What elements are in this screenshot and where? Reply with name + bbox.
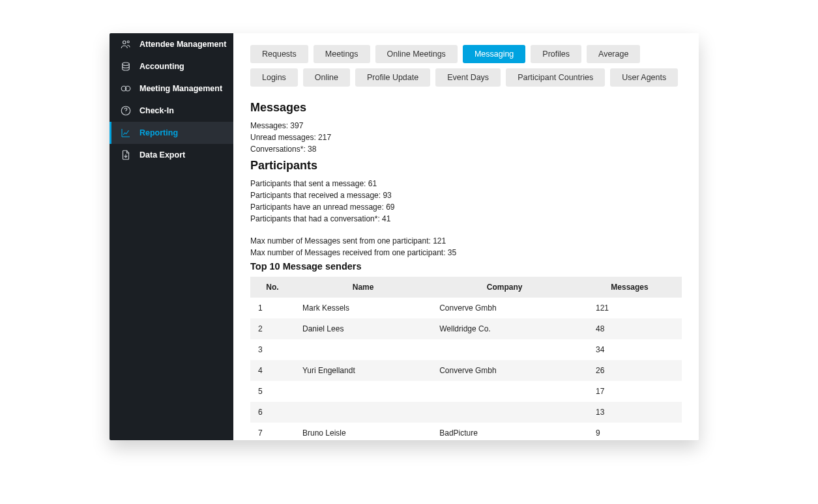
svg-point-6	[126, 113, 126, 113]
top10-table: No. Name Company Messages 1Mark KesselsC…	[250, 277, 682, 440]
table-row: 4Yuri EngellandtConverve Gmbh26	[250, 360, 682, 381]
col-header-company: Company	[431, 277, 577, 298]
tab-online-meetings[interactable]: Online Meetings	[375, 45, 458, 63]
cell-name: Daniel Lees	[295, 318, 431, 339]
table-row: 613	[250, 402, 682, 423]
cell-name: Yuri Engellandt	[295, 360, 431, 381]
tab-profile-update[interactable]: Profile Update	[355, 68, 430, 87]
cell-company	[431, 402, 577, 423]
table-header-row: No. Name Company Messages	[250, 277, 682, 298]
cell-company	[431, 339, 577, 360]
table-row: 7Bruno LeisleBadPicture9	[250, 423, 682, 440]
tab-event-days[interactable]: Event Days	[435, 68, 501, 87]
col-header-no: No.	[250, 277, 295, 298]
cell-name	[295, 339, 431, 360]
cell-no: 3	[250, 339, 295, 360]
sidebar-item-accounting[interactable]: Accounting	[110, 55, 233, 77]
cell-messages: 9	[577, 423, 682, 440]
cell-messages: 13	[577, 402, 682, 423]
participants-max-stats: Max number of Messages sent from one par…	[250, 235, 682, 259]
cell-name	[295, 402, 431, 423]
cell-messages: 26	[577, 360, 682, 381]
cell-company: Converve Gmbh	[431, 360, 577, 381]
cell-messages: 121	[577, 298, 682, 318]
sidebar-item-label: Meeting Management	[139, 84, 222, 93]
participants-stats: Participants that sent a message: 61 Par…	[250, 178, 682, 225]
top10-heading: Top 10 Message senders	[250, 261, 682, 272]
stat-line: Participants that received a message: 93	[250, 189, 682, 201]
table-row: 1Mark KesselsConverve Gmbh121	[250, 298, 682, 318]
cell-no: 5	[250, 381, 295, 402]
cell-no: 2	[250, 318, 295, 339]
coins-icon	[120, 61, 132, 72]
svg-point-0	[123, 41, 126, 44]
cell-name: Mark Kessels	[295, 298, 431, 318]
sidebar-item-check-in[interactable]: Check-In	[110, 100, 233, 122]
cell-no: 1	[250, 298, 295, 318]
svg-point-1	[127, 41, 129, 43]
cell-messages: 48	[577, 318, 682, 339]
stat-line: Max number of Messages received from one…	[250, 247, 682, 259]
help-icon	[120, 105, 132, 117]
cell-no: 6	[250, 402, 295, 423]
tab-participant-countries[interactable]: Participant Countries	[506, 68, 605, 87]
sidebar: Attendee Management Accounting Meeting M…	[110, 33, 233, 440]
sidebar-item-label: Accounting	[139, 62, 184, 71]
sidebar-item-meeting-management[interactable]: Meeting Management	[110, 77, 233, 100]
table-row: 334	[250, 339, 682, 360]
sidebar-item-data-export[interactable]: Data Export	[110, 144, 233, 166]
tab-bar: Requests Meetings Online Meetings Messag…	[250, 45, 682, 87]
cell-company: BadPicture	[431, 423, 577, 440]
tab-online[interactable]: Online	[303, 68, 350, 87]
tab-messaging[interactable]: Messaging	[463, 45, 525, 63]
stat-line: Participants that sent a message: 61	[250, 178, 682, 189]
tab-profiles[interactable]: Profiles	[531, 45, 581, 63]
main-content: Requests Meetings Online Meetings Messag…	[233, 33, 699, 440]
sidebar-item-label: Reporting	[139, 128, 178, 137]
export-icon	[120, 149, 132, 161]
cell-company: Welldridge Co.	[431, 318, 577, 339]
link-icon	[120, 83, 132, 94]
app-window: Attendee Management Accounting Meeting M…	[110, 33, 699, 440]
cell-name: Bruno Leisle	[295, 423, 431, 440]
cell-no: 7	[250, 423, 295, 440]
cell-messages: 17	[577, 381, 682, 402]
table-row: 517	[250, 381, 682, 402]
sidebar-item-label: Check-In	[139, 106, 174, 115]
stat-line: Unread messages: 217	[250, 132, 682, 143]
sidebar-item-reporting[interactable]: Reporting	[110, 122, 233, 144]
cell-no: 4	[250, 360, 295, 381]
tab-average[interactable]: Average	[587, 45, 640, 63]
stat-line: Participants that had a conversation*: 4…	[250, 213, 682, 225]
users-icon	[120, 38, 132, 50]
cell-company	[431, 381, 577, 402]
cell-company: Converve Gmbh	[431, 298, 577, 318]
cell-messages: 34	[577, 339, 682, 360]
stat-line: Participants have an unread message: 69	[250, 201, 682, 213]
messages-heading: Messages	[250, 101, 682, 115]
col-header-name: Name	[295, 277, 431, 298]
participants-heading: Participants	[250, 159, 682, 173]
messages-stats: Messages: 397 Unread messages: 217 Conve…	[250, 120, 682, 155]
table-row: 2Daniel LeesWelldridge Co.48	[250, 318, 682, 339]
cell-name	[295, 381, 431, 402]
sidebar-item-attendee-management[interactable]: Attendee Management	[110, 33, 233, 55]
stat-line: Conversations*: 38	[250, 143, 682, 155]
tab-user-agents[interactable]: User Agents	[610, 68, 678, 87]
tab-meetings[interactable]: Meetings	[314, 45, 370, 63]
tab-requests[interactable]: Requests	[250, 45, 308, 63]
svg-point-2	[123, 63, 130, 66]
tab-logins[interactable]: Logins	[250, 68, 298, 87]
stat-line: Max number of Messages sent from one par…	[250, 235, 682, 247]
col-header-messages: Messages	[577, 277, 682, 298]
chart-icon	[120, 127, 132, 139]
stat-line: Messages: 397	[250, 120, 682, 132]
sidebar-item-label: Data Export	[139, 150, 185, 160]
sidebar-item-label: Attendee Management	[139, 40, 226, 49]
